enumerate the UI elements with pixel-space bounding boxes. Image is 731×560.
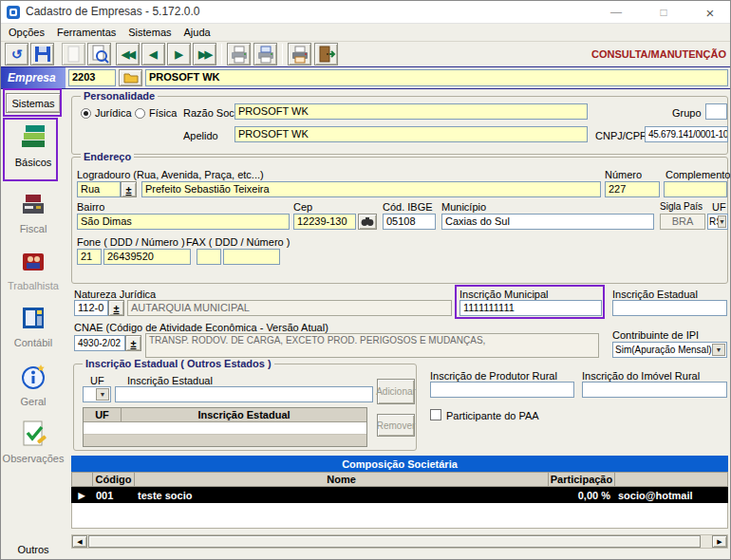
municipio-field[interactable]: Caxias do Sul — [441, 214, 654, 230]
natureza-codigo-field[interactable]: 112-0 — [74, 300, 108, 316]
nav-last-button[interactable]: ▶▶ — [193, 43, 216, 65]
nav-next-button[interactable]: ▶ — [167, 43, 191, 65]
radio-juridica[interactable]: Jurídica — [81, 107, 132, 119]
razao-social-field[interactable]: PROSOFT WK — [234, 103, 588, 120]
nav-previous-button[interactable]: ◀ — [141, 43, 165, 65]
cnae-lookup-button[interactable]: ± — [125, 335, 141, 351]
radio-fisica[interactable]: Física — [135, 107, 177, 119]
cnae-codigo-field[interactable]: 4930-2/02 — [74, 335, 125, 351]
apelido-field[interactable]: PROSOFT WK — [234, 126, 588, 142]
nav-first-button[interactable]: ◀◀ — [116, 43, 140, 65]
exit-door-icon — [317, 45, 336, 64]
apelido-label: Apelido — [183, 130, 218, 141]
logradouro-label: Logradouro (Rua, Avenida, Praça, etc...) — [77, 169, 264, 180]
uf-combobox[interactable]: RS ▼ — [707, 214, 728, 230]
ibge-field[interactable]: 05108 — [383, 214, 436, 230]
fone-numero-field[interactable]: 26439520 — [103, 249, 191, 265]
app-window: Cadastro de Empresas - 5.172.0.0 — □ × O… — [0, 0, 731, 560]
sidebar-item-fiscal[interactable]: Fiscal — [1, 189, 66, 234]
cnpj-field[interactable]: 45.679.141/0001-10 — [645, 126, 728, 142]
menu-ferramentas[interactable]: Ferramentas — [57, 27, 116, 38]
paa-checkbox[interactable] — [430, 409, 441, 420]
print-report-button[interactable] — [288, 43, 311, 65]
undo-button[interactable]: ↺ — [5, 43, 28, 65]
complemento-label: Complemento — [665, 169, 730, 180]
oe-uf-combobox[interactable]: ▼ — [83, 386, 111, 402]
sistemas-button[interactable]: Sistemas — [6, 93, 61, 113]
inscricao-municipal-field[interactable]: 1111111111 — [459, 300, 602, 316]
grupo-field[interactable] — [705, 103, 727, 120]
remover-button[interactable]: Remover — [377, 414, 415, 437]
scroll-thumb[interactable] — [88, 535, 701, 548]
produtor-rural-field[interactable] — [430, 382, 574, 398]
fone-ddd-field[interactable]: 21 — [77, 249, 102, 265]
sigla-pais-label: Sigla País — [660, 201, 703, 213]
sidebar-item-contabil[interactable]: Contábil — [1, 303, 66, 348]
open-company-button[interactable] — [119, 69, 142, 86]
empresa-name-field[interactable]: PROSOFT WK — [145, 69, 728, 86]
tipo-logradouro-field[interactable]: Rua — [77, 181, 121, 197]
horizontal-scrollbar[interactable]: ◀ ▶ — [71, 534, 728, 549]
exit-button[interactable] — [314, 43, 338, 65]
oe-ie-label: Inscrição Estadual — [127, 375, 213, 386]
municipio-label: Município — [441, 201, 486, 213]
sidebar-item-observacoes[interactable]: Observações — [1, 419, 66, 464]
print-batch-button[interactable] — [253, 43, 277, 65]
composicao-column-headers: Código Nome Participação — [71, 472, 728, 487]
sidebar-item-trabalhista[interactable]: Trabalhista — [1, 246, 66, 291]
uf-dropdown-icon[interactable]: ▼ — [718, 215, 726, 228]
cell-participacao: 0,00 % — [548, 487, 614, 503]
numero-field[interactable]: 227 — [605, 181, 660, 197]
note-check-icon — [18, 419, 48, 449]
empresa-code-field[interactable]: 2203 — [68, 69, 116, 86]
scroll-left-button[interactable]: ◀ — [72, 535, 87, 548]
cep-search-button[interactable] — [358, 214, 377, 230]
composicao-col-extra — [615, 473, 727, 486]
oe-col-ie: Inscrição Estadual — [122, 408, 366, 421]
natureza-lookup-button[interactable]: ± — [108, 300, 124, 316]
bairro-field[interactable]: São Dimas — [77, 214, 290, 230]
print-button[interactable] — [227, 43, 251, 65]
composicao-body[interactable] — [71, 503, 728, 529]
paa-label: Participante do PAA — [446, 410, 539, 421]
sidebar-item-basicos[interactable]: Básicos — [1, 122, 66, 168]
fax-numero-field[interactable] — [223, 249, 280, 265]
lookup-icon: ± — [125, 184, 131, 196]
outros-estados-table[interactable]: UF Inscrição Estadual — [83, 407, 367, 447]
fax-label: FAX ( DDD / Número ) — [186, 236, 290, 248]
new-document-button[interactable] — [62, 43, 85, 65]
menu-ajuda[interactable]: Ajuda — [184, 27, 211, 38]
maximize-button[interactable]: □ — [642, 1, 685, 24]
sidebar-item-outros[interactable]: Outros — [1, 542, 66, 555]
menu-opcoes[interactable]: Opções — [9, 27, 45, 38]
outros-estados-legend: Inscrição Estadual ( Outros Estados ) — [83, 358, 274, 369]
minimize-button[interactable]: — — [594, 1, 638, 24]
close-button[interactable]: × — [688, 1, 731, 24]
sidebar-item-geral[interactable]: Geral — [1, 362, 66, 407]
fax-ddd-field[interactable] — [197, 249, 221, 265]
cep-label: Cep — [293, 201, 312, 213]
blank-document-icon — [66, 46, 83, 63]
scroll-right-button[interactable]: ▶ — [712, 535, 727, 548]
nav-next-icon: ▶ — [175, 48, 182, 61]
adicionar-button[interactable]: Adicionar — [377, 379, 415, 404]
printer-report-icon — [291, 45, 309, 64]
composicao-selected-row[interactable]: ▶ 001 teste socio 0,00 % socio@hotmail — [71, 487, 728, 503]
uf-label: UF — [712, 201, 726, 213]
cep-field[interactable]: 12239-130 — [293, 214, 356, 230]
print-preview-button[interactable] — [87, 43, 111, 65]
imovel-rural-field[interactable] — [582, 382, 727, 398]
ipi-dropdown-icon[interactable]: ▼ — [712, 344, 725, 356]
complemento-field[interactable] — [664, 181, 727, 197]
logradouro-field[interactable]: Prefeito Sebastião Teixeira — [141, 181, 601, 197]
ipi-combobox[interactable]: Sim(Apuração Mensal) ▼ — [612, 342, 727, 358]
tipo-logradouro-lookup-button[interactable]: ± — [121, 181, 137, 197]
oe-ie-field[interactable] — [115, 386, 373, 402]
save-button[interactable] — [30, 43, 54, 65]
menu-sistemas[interactable]: Sistemas — [128, 27, 171, 38]
empresa-bar: Empresa 2203 PROSOFT WK — [1, 66, 731, 89]
oe-uf-dropdown-icon[interactable]: ▼ — [96, 388, 109, 401]
toolbar: ↺ ◀◀ ◀ ▶ ▶▶ — [1, 41, 731, 66]
scroll-left-icon: ◀ — [77, 538, 82, 546]
inscricao-estadual-field[interactable] — [612, 300, 727, 316]
